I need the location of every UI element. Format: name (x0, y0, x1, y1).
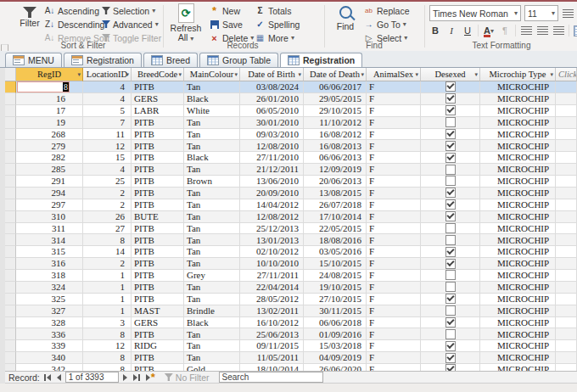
cell-dob[interactable]: 12/08/2010 (240, 140, 304, 152)
cell-dod[interactable]: 03/05/2016 (304, 246, 367, 258)
cell-maincolour[interactable]: Tan (184, 129, 240, 141)
cell-microchip[interactable]: MICROCHIP (480, 152, 556, 164)
cell-dod[interactable]: 06/06/2013 (304, 152, 367, 164)
cell-maincolour[interactable]: Grey (184, 270, 240, 282)
cell-dob[interactable]: 13/01/2013 (240, 234, 304, 246)
cell-dob[interactable]: 26/01/2010 (240, 93, 304, 105)
cell-breedcode[interactable]: LABR (132, 105, 184, 117)
cell-maincolour[interactable]: Tan (184, 294, 240, 305)
record-selector[interactable] (5, 258, 16, 270)
cell-microchip[interactable]: MICROCHIP (480, 164, 556, 176)
cell-desexed[interactable] (421, 223, 480, 235)
cell-sex[interactable]: F (367, 305, 421, 317)
record-selector[interactable] (5, 81, 16, 93)
cell-clickto[interactable] (556, 340, 577, 352)
gridlines-button[interactable]: ▾ (574, 25, 577, 36)
cell-dod[interactable]: 19/10/2015 (304, 282, 367, 294)
cell-regid[interactable]: 310 (16, 211, 83, 223)
record-selector[interactable] (5, 152, 16, 164)
cell-dod[interactable]: 06/06/2018 (304, 317, 367, 329)
cell-locationid[interactable]: 8 (83, 352, 132, 364)
cell-locationid[interactable]: 2 (83, 199, 132, 211)
checkbox-unchecked-icon[interactable] (445, 117, 456, 127)
checkbox-checked-icon[interactable] (445, 105, 456, 115)
last-record-button[interactable] (132, 372, 142, 382)
cell-maincolour[interactable]: Tan (184, 211, 240, 223)
cell-regid[interactable]: 285 (16, 164, 83, 176)
column-dropdown-icon[interactable]: ▾ (126, 71, 129, 78)
column-dropdown-icon[interactable]: ▾ (298, 71, 301, 78)
cell-sex[interactable]: F (367, 258, 421, 270)
cell-dob[interactable]: 16/10/2012 (240, 317, 304, 329)
cell-maincolour[interactable]: Tan (184, 199, 240, 211)
checkbox-unchecked-icon[interactable] (445, 329, 456, 339)
column-header-dod[interactable]: Date of Death▾ (304, 68, 367, 81)
tab-menu[interactable]: MENU (5, 53, 62, 67)
cell-clickto[interactable] (556, 223, 577, 235)
record-selector[interactable] (5, 305, 16, 317)
cell-sex[interactable]: F (367, 188, 421, 199)
cell-microchip[interactable]: MICROCHIP (480, 176, 556, 188)
cell-breedcode[interactable]: PITB (132, 117, 184, 129)
cell-dod[interactable]: 26/07/2018 (304, 199, 367, 211)
cell-microchip[interactable]: MICROCHIP (480, 129, 556, 141)
checkbox-checked-icon[interactable] (445, 153, 456, 163)
search-input[interactable]: Search (219, 372, 323, 383)
cell-breedcode[interactable]: PITB (132, 223, 184, 235)
cell-clickto[interactable] (556, 211, 577, 223)
cell-locationid[interactable]: 11 (83, 129, 132, 141)
cell-breedcode[interactable]: PITB (132, 199, 184, 211)
cell-locationid[interactable]: 7 (83, 117, 132, 129)
cell-locationid[interactable]: 12 (83, 340, 132, 352)
column-header-breedcode[interactable]: BreedCode▾ (132, 68, 184, 81)
cell-clickto[interactable] (556, 164, 577, 176)
cell-sex[interactable]: F (367, 234, 421, 246)
underline-button[interactable]: U (462, 25, 473, 36)
cell-dob[interactable]: 21/12/2011 (240, 164, 304, 176)
cell-microchip[interactable]: MICROCHIP (480, 340, 556, 352)
cell-regid[interactable]: 8 (16, 81, 83, 93)
font-name-combobox[interactable]: Times New Roman ▾ (429, 5, 521, 21)
cell-locationid[interactable]: 4 (83, 93, 132, 105)
cell-regid[interactable]: 339 (16, 340, 83, 352)
cell-clickto[interactable] (556, 234, 577, 246)
record-selector[interactable] (5, 317, 16, 329)
cell-sex[interactable]: F (367, 211, 421, 223)
tab-registration[interactable]: Registration (64, 53, 142, 67)
cell-regid[interactable]: 268 (16, 129, 83, 141)
cell-locationid[interactable]: 2 (83, 258, 132, 270)
cell-breedcode[interactable]: BUTE (132, 211, 184, 223)
cell-regid[interactable]: 316 (16, 258, 83, 270)
cell-locationid[interactable]: 2 (83, 188, 132, 199)
record-selector[interactable] (5, 176, 16, 188)
cell-clickto[interactable] (556, 93, 577, 105)
cell-breedcode[interactable]: PITB (132, 140, 184, 152)
column-header-sex[interactable]: AnimalSex▾ (367, 68, 421, 81)
cell-dob[interactable]: 13/06/2010 (240, 176, 304, 188)
checkbox-unchecked-icon[interactable] (445, 235, 456, 245)
cell-regid[interactable]: 19 (16, 117, 83, 129)
cell-breedcode[interactable]: PITB (132, 164, 184, 176)
cell-maincolour[interactable]: White (184, 105, 240, 117)
font-size-combobox[interactable]: 11 ▾ (524, 5, 558, 21)
filter-indicator[interactable]: No Filter (165, 372, 210, 383)
cell-dod[interactable]: 22/05/2015 (304, 223, 367, 235)
bold-button[interactable]: B (429, 25, 441, 36)
record-selector[interactable] (5, 199, 16, 211)
cell-desexed[interactable] (421, 140, 480, 152)
column-header-locationid[interactable]: LocationID▾ (83, 68, 132, 81)
cell-clickto[interactable] (556, 270, 577, 282)
cell-clickto[interactable] (556, 305, 577, 317)
cell-dob[interactable]: 14/04/2012 (240, 199, 304, 211)
cell-sex[interactable]: F (367, 317, 421, 329)
cell-dob[interactable]: 02/10/2012 (240, 246, 304, 258)
cell-regid[interactable]: 311 (16, 223, 83, 235)
highlight-color-button[interactable]: ¶ (499, 25, 511, 36)
cell-maincolour[interactable]: Black (184, 93, 240, 105)
first-record-button[interactable] (42, 372, 53, 382)
cell-microchip[interactable]: MICROCHIP (480, 93, 556, 105)
cell-locationid[interactable]: 1 (83, 294, 132, 305)
current-record-box[interactable]: 1 of 3393 (65, 372, 119, 383)
cell-locationid[interactable]: 25 (83, 176, 132, 188)
cell-desexed[interactable] (421, 164, 480, 176)
